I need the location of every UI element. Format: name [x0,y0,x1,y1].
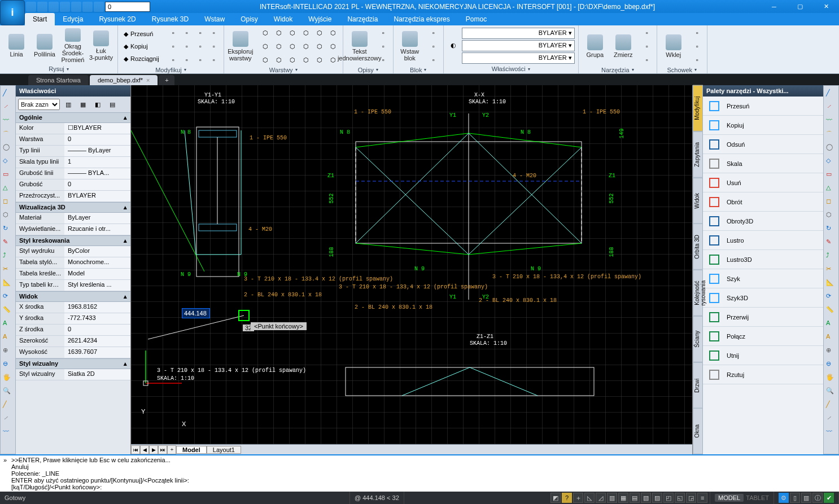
layer-state-btn[interactable]: ⬡ [300,54,312,66]
props-tool4-icon[interactable]: ▤ [106,98,119,111]
left-tool-4[interactable]: ◯ [3,143,13,154]
modify-small-btn[interactable]: ▫ [181,40,193,52]
right-tool-25[interactable]: 〰 [826,428,836,438]
status-toggle-13[interactable]: ◲ [686,493,696,503]
modify-small-btn[interactable]: ▫ [167,27,180,39]
left-tool-8[interactable]: ◻ [3,198,13,208]
prop-value[interactable]: 1 [64,157,130,168]
ribbon-btn-wstaw[interactable]: Wstawblok [397,29,423,64]
menu-wyjście[interactable]: Wyjście [300,13,339,25]
close-tab-icon[interactable]: × [146,77,150,84]
qat-light-icon[interactable] [71,2,81,12]
right-tool-7[interactable]: △ [826,184,836,194]
menu-opisy[interactable]: Opisy [233,13,266,25]
panel-small-btn[interactable]: ▫ [377,54,390,66]
right-tool-20[interactable]: ⊖ [826,360,836,370]
dynamic-length-input[interactable] [182,308,210,318]
document-tab[interactable]: Strona Startowa [28,75,89,85]
layout-tab-layout1[interactable]: Layout1 [207,446,241,454]
modify-small-btn[interactable]: ▫ [194,40,207,52]
status-toggle-11[interactable]: ◰ [663,493,674,503]
palette-item-szyk3d[interactable]: Szyk3D [703,288,823,308]
prop-group-header[interactable]: Ogólnie▴ [16,112,130,123]
close-button[interactable]: ✕ [813,0,839,13]
prop-value[interactable]: -772.7433 [64,313,130,324]
right-tool-13[interactable]: ✂ [826,265,836,275]
palette-vtab[interactable]: Orbita 3D [693,223,703,270]
menu-narzędzia[interactable]: Narzędzia [339,13,386,25]
qat-layers-icon[interactable] [94,2,104,12]
qat-undo-icon[interactable] [49,2,59,12]
menu-wstaw[interactable]: Wstaw [196,13,233,25]
prop-value[interactable]: 0 [64,325,130,335]
palette-vtab[interactable]: Ściany [693,316,703,362]
panel-small-btn[interactable]: ▫ [691,40,703,52]
modify-small-btn[interactable]: ▫ [167,54,180,66]
layer-state-btn[interactable]: ⬡ [273,40,285,52]
right-tool-4[interactable]: ◯ [826,143,836,154]
status-settings-icon[interactable]: ⚙ [779,493,789,503]
ribbon-btn-grupa[interactable]: Grupa [582,29,608,64]
prop-value[interactable]: 0 [64,179,130,190]
left-tool-6[interactable]: ▭ [3,170,13,181]
layout-tab-model[interactable]: Model [176,446,207,454]
right-tool-0[interactable]: ╱ [826,89,836,99]
layer-state-btn[interactable]: ⬡ [313,27,326,39]
left-tool-14[interactable]: 📐 [3,279,13,289]
palette-vtab[interactable]: Okna [693,408,703,454]
palette-vtab[interactable]: Modyfikuj [693,85,703,132]
right-tool-17[interactable]: A [826,319,836,330]
right-tool-24[interactable]: ⟋ [826,414,836,424]
palette-item-lustro[interactable]: Lustro [703,231,823,250]
right-tool-8[interactable]: ◻ [826,198,836,208]
left-tool-5[interactable]: ◇ [3,157,13,167]
layer-state-btn[interactable]: ⬡ [259,27,272,39]
props-tool2-icon[interactable]: ▦ [77,98,89,111]
prop-group-header[interactable]: Widok▴ [16,291,130,302]
ribbon-btn-polilinia[interactable]: Polilinia [32,28,58,63]
palette-item-przerwij[interactable]: Przerwij [703,308,823,327]
left-tool-0[interactable]: ╱ [3,89,13,99]
props-tool1-icon[interactable]: ▥ [62,98,75,111]
status-toggle-1[interactable]: ◩ [550,493,561,503]
prop-value[interactable]: BYLAYER [64,191,130,201]
status-toggle-10[interactable]: ▨ [652,493,662,503]
prop-value[interactable]: 1963.8162 [64,302,130,313]
layer-state-btn[interactable]: ⬡ [286,54,299,66]
right-tool-12[interactable]: ⤴ [826,252,836,262]
document-tab[interactable]: demo_bbep.dxf*× [90,75,158,85]
right-tool-5[interactable]: ◇ [826,157,836,167]
palette-item-obrót[interactable]: Obrót [703,192,823,212]
panel-small-btn[interactable]: ▫ [377,27,390,39]
layer-state-btn[interactable]: ⬡ [327,27,339,39]
palette-item-skala[interactable]: Skala [703,154,823,173]
palette-item-kopiuj[interactable]: Kopiuj [703,116,823,135]
prop-value[interactable]: Rzucanie i otr... [64,224,130,235]
layout-nav-first[interactable]: ⏮ [131,445,140,454]
layer-prop-dropdown-1[interactable]: BYLAYER ▾ [462,40,575,51]
right-tool-16[interactable]: 📏 [826,306,836,316]
ribbon-btn-linia[interactable]: Linia [3,28,29,63]
status-clipboard-icon[interactable]: ▯ [790,493,800,503]
panel-small-btn[interactable]: ▫ [691,27,703,39]
left-tool-15[interactable]: ⟳ [3,292,13,303]
panel-small-btn[interactable]: ▫ [427,27,440,39]
ribbon-btn-kopiuj[interactable]: ◆Kopiuj [121,41,161,52]
right-tool-19[interactable]: ⊕ [826,347,836,357]
left-tool-10[interactable]: ↻ [3,225,13,235]
prop-group-header[interactable]: Styl wizualny▴ [16,358,130,369]
panel-small-btn[interactable]: ▫ [427,54,440,66]
left-tool-25[interactable]: 〰 [3,428,13,438]
left-tool-24[interactable]: ⟋ [3,414,13,424]
left-tool-16[interactable]: 📏 [3,306,13,316]
layer-state-btn[interactable]: ⬡ [286,27,299,39]
prop-value[interactable]: ——— ByLayer [64,146,130,156]
panel-small-btn[interactable]: ▫ [427,40,440,52]
status-toggle-14[interactable]: ≡ [697,493,707,503]
ribbon-btn-zmierz[interactable]: Zmierz [610,29,636,64]
command-line-area[interactable]: » >>ENTER, Prawe kliknięcie lub Esc w ce… [0,454,839,492]
status-model-pill[interactable]: MODEL [715,494,744,502]
layer-state-btn[interactable]: ⬡ [259,40,272,52]
layer-state-btn[interactable]: ⬡ [300,27,312,39]
layer-state-btn[interactable]: ⬡ [273,54,285,66]
